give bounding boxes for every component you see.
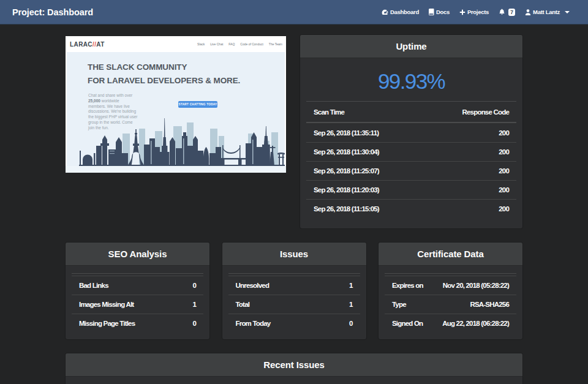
scan-time-cell: Sep 26, 2018 (11:15:05) <box>314 205 379 213</box>
main-content: LARAC//AT SlackLive ChatFAQCode of Condu… <box>66 35 522 384</box>
paragraph-line: discussions. We're building <box>88 109 137 115</box>
certificate-data-panel: Certificate Data Expires on Nov 20, 2018… <box>379 243 522 339</box>
issues-panel-heading: Issues <box>222 243 366 266</box>
nav-item-projects[interactable]: Projects <box>454 0 494 24</box>
table-row: Sep 26, 2018 (11:20:03) 200 <box>306 180 516 199</box>
site-nav: SlackLive ChatFAQCode of ConductThe Team <box>197 42 282 46</box>
certificate-panel-heading: Certificate Data <box>379 243 522 266</box>
uptime-table-body: Sep 26, 2018 (11:35:11) 200 Sep 26, 2018… <box>306 123 516 218</box>
response-code-cell: 200 <box>499 167 509 175</box>
table-row: Type RSA-SHA256 <box>385 295 516 314</box>
scan-time-cell: Sep 26, 2018 (11:30:04) <box>314 148 379 156</box>
paragraph-line: group in the world. Come <box>88 120 137 126</box>
metric-value: 0 <box>349 320 353 327</box>
site-nav-link: Code of Conduct <box>240 42 263 46</box>
uptime-percentage: 99.93% <box>306 67 516 96</box>
response-code-cell: 200 <box>499 129 509 137</box>
navbar-menu: Dashboard Docs Projects <box>377 0 575 24</box>
response-code-cell: 200 <box>499 186 509 194</box>
issues-panel: Issues Unresolved 1 Total 1 From Today 0 <box>222 243 366 339</box>
issues-panel-body: Unresolved 1 Total 1 From Today 0 <box>222 266 366 339</box>
recent-issues-panel-body <box>66 377 522 384</box>
site-hero-heading: THE SLACK COMMUNITY FOR LARAVEL DEVELOPE… <box>88 61 240 87</box>
site-nav-link: Live Chat <box>210 42 223 46</box>
site-cta-button: START CHATTING TODAY <box>178 101 217 108</box>
site-logo-text: AT <box>96 41 104 48</box>
uptime-panel-heading: Uptime <box>300 35 522 58</box>
top-navbar: Project: Dashboard Dashboard Docs <box>0 0 588 24</box>
nav-item-label: Projects <box>467 9 489 15</box>
table-row: Total 1 <box>228 295 360 314</box>
metric-label: From Today <box>236 320 271 327</box>
nav-item-label: Docs <box>436 9 450 15</box>
metric-label: Total <box>236 301 250 308</box>
hero-heading-line: FOR LARAVEL DEVELOPERS & MORE. <box>88 74 240 88</box>
response-code-cell: 200 <box>499 205 509 213</box>
paragraph-line: the biggest PHP virtual user <box>88 115 137 120</box>
docs-icon <box>429 9 434 15</box>
metric-value: RSA-SHA256 <box>470 301 509 308</box>
table-row: Missing Page Titles 0 <box>72 314 203 333</box>
table-row: Images Missing Alt 1 <box>72 295 203 314</box>
user-name-label: Matt Lantz <box>533 9 560 15</box>
nav-item-dashboard[interactable]: Dashboard <box>377 0 424 24</box>
site-logo-text: LARAC <box>70 41 92 48</box>
page-title: Project: Dashboard <box>12 7 93 17</box>
site-preview-image: LARAC//AT SlackLive ChatFAQCode of Condu… <box>66 36 286 173</box>
bell-icon <box>499 9 505 15</box>
column-header-response-code: Response Code <box>462 108 509 116</box>
metric-label: Missing Page Titles <box>79 320 135 327</box>
metric-value: 1 <box>349 282 353 289</box>
table-row: Sep 26, 2018 (11:35:11) 200 <box>306 123 516 142</box>
hero-heading-line: THE SLACK COMMUNITY <box>88 61 240 74</box>
nav-item-docs[interactable]: Docs <box>424 0 454 24</box>
uptime-table: Scan Time Response Code Sep 26, 2018 (11… <box>306 101 516 218</box>
notification-count-badge: 7 <box>508 9 515 16</box>
response-code-cell: 200 <box>499 148 509 156</box>
nav-item-label: Dashboard <box>390 9 419 15</box>
nav-item-user[interactable]: Matt Lantz <box>520 0 575 24</box>
plus-icon <box>459 9 466 15</box>
recent-issues-panel-heading: Recent Issues <box>66 353 522 377</box>
seo-panel-body: Bad Links 0 Images Missing Alt 1 Missing… <box>66 266 209 339</box>
paragraph-line: 25,000 worldwide <box>88 99 137 104</box>
chevron-down-icon <box>565 11 570 13</box>
seo-panel-heading: SEO Analysis <box>66 243 209 266</box>
site-nav-link: The Team <box>269 42 282 46</box>
table-row: From Today 0 <box>228 314 360 333</box>
table-row: Bad Links 0 <box>72 276 203 295</box>
paragraph-line: Chat and share with over <box>88 93 137 99</box>
table-row: Sep 26, 2018 (11:15:05) 200 <box>306 199 516 218</box>
site-nav-link: FAQ <box>228 42 235 46</box>
certificate-panel-title: Certificate Data <box>417 249 483 259</box>
metric-value: Nov 20, 2018 (05:28:22) <box>443 282 509 289</box>
seo-table: Bad Links 0 Images Missing Alt 1 Missing… <box>72 273 203 333</box>
metric-label: Type <box>392 301 406 308</box>
site-hero-paragraph: Chat and share with over25,000 worldwide… <box>88 93 137 131</box>
metric-label: Images Missing Alt <box>79 301 134 308</box>
dashboard-icon <box>382 9 388 15</box>
metric-label: Unresolved <box>236 282 270 289</box>
table-row: Sep 26, 2018 (11:30:04) 200 <box>306 142 516 161</box>
metric-value: Aug 22, 2018 (06:28:22) <box>442 320 509 327</box>
user-icon <box>525 9 531 15</box>
scan-time-cell: Sep 26, 2018 (11:20:03) <box>314 186 379 194</box>
table-row: Unresolved 1 <box>228 276 360 295</box>
metric-label: Signed On <box>392 320 423 327</box>
metric-value: 0 <box>192 320 196 327</box>
seo-panel-title: SEO Analysis <box>108 249 167 259</box>
paragraph-line: join the fun. <box>88 126 137 131</box>
issues-table: Unresolved 1 Total 1 From Today 0 <box>228 273 360 333</box>
site-nav-link: Slack <box>197 42 205 46</box>
scan-time-cell: Sep 26, 2018 (11:25:07) <box>314 167 379 175</box>
column-header-scan-time: Scan Time <box>314 108 344 116</box>
table-row: Sep 26, 2018 (11:25:07) 200 <box>306 161 516 180</box>
metric-value: 1 <box>349 301 353 308</box>
certificate-panel-body: Expires on Nov 20, 2018 (05:28:22) Type … <box>379 266 522 339</box>
nav-item-notifications[interactable]: 7 <box>494 0 520 24</box>
metric-value: 0 <box>192 282 196 289</box>
site-header: LARAC//AT SlackLive ChatFAQCode of Condu… <box>66 36 286 52</box>
seo-analysis-panel: SEO Analysis Bad Links 0 Images Missing … <box>66 243 209 339</box>
paragraph-line: members. We have live <box>88 104 137 110</box>
issues-panel-title: Issues <box>280 249 308 259</box>
